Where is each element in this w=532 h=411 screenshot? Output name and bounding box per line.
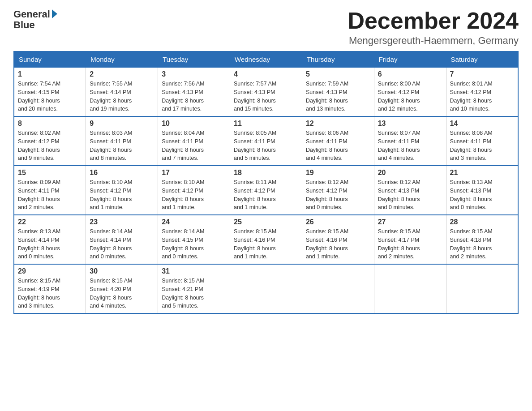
logo: General Blue <box>13 9 57 30</box>
day-number: 17 <box>162 169 226 177</box>
day-number: 2 <box>90 70 154 78</box>
weekday-header-tuesday: Tuesday <box>158 51 230 67</box>
calendar-cell: 19 Sunrise: 8:12 AM Sunset: 4:12 PM Dayl… <box>302 166 374 215</box>
day-number: 13 <box>378 120 442 128</box>
calendar-cell: 3 Sunrise: 7:56 AM Sunset: 4:13 PM Dayli… <box>158 67 230 116</box>
day-info: Sunrise: 8:12 AM Sunset: 4:13 PM Dayligh… <box>378 178 442 212</box>
logo-arrow-icon <box>52 9 57 18</box>
day-number: 5 <box>306 70 370 78</box>
day-info: Sunrise: 7:59 AM Sunset: 4:13 PM Dayligh… <box>306 80 370 113</box>
calendar-cell: 10 Sunrise: 8:04 AM Sunset: 4:11 PM Dayl… <box>158 116 230 166</box>
day-number: 25 <box>234 218 298 226</box>
day-number: 6 <box>378 70 442 78</box>
weekday-header-sunday: Sunday <box>14 51 86 67</box>
day-number: 24 <box>162 218 226 226</box>
calendar-cell: 21 Sunrise: 8:13 AM Sunset: 4:13 PM Dayl… <box>446 166 518 215</box>
day-number: 29 <box>18 267 82 275</box>
calendar-cell: 15 Sunrise: 8:09 AM Sunset: 4:11 PM Dayl… <box>14 166 86 215</box>
logo-text-general: General <box>13 9 50 20</box>
day-info: Sunrise: 8:03 AM Sunset: 4:11 PM Dayligh… <box>90 129 154 163</box>
day-info: Sunrise: 8:10 AM Sunset: 4:12 PM Dayligh… <box>162 178 226 212</box>
calendar-cell: 31 Sunrise: 8:15 AM Sunset: 4:21 PM Dayl… <box>158 264 230 313</box>
day-info: Sunrise: 8:02 AM Sunset: 4:12 PM Dayligh… <box>18 129 82 163</box>
day-number: 20 <box>378 169 442 177</box>
day-number: 14 <box>450 120 514 128</box>
calendar-cell: 2 Sunrise: 7:55 AM Sunset: 4:14 PM Dayli… <box>86 67 158 116</box>
day-info: Sunrise: 8:13 AM Sunset: 4:14 PM Dayligh… <box>18 227 82 261</box>
day-info: Sunrise: 8:04 AM Sunset: 4:11 PM Dayligh… <box>162 129 226 163</box>
day-number: 28 <box>450 218 514 226</box>
calendar-cell: 20 Sunrise: 8:12 AM Sunset: 4:13 PM Dayl… <box>374 166 446 215</box>
day-number: 16 <box>90 169 154 177</box>
calendar-cell: 12 Sunrise: 8:06 AM Sunset: 4:11 PM Dayl… <box>302 116 374 166</box>
calendar-cell: 30 Sunrise: 8:15 AM Sunset: 4:20 PM Dayl… <box>86 264 158 313</box>
weekday-header-row: SundayMondayTuesdayWednesdayThursdayFrid… <box>14 51 518 67</box>
calendar-cell: 24 Sunrise: 8:14 AM Sunset: 4:15 PM Dayl… <box>158 215 230 264</box>
month-year-title: December 2024 <box>348 9 519 32</box>
calendar-cell: 27 Sunrise: 8:15 AM Sunset: 4:17 PM Dayl… <box>374 215 446 264</box>
title-block: December 2024 Mengersgereuth-Haemmern, G… <box>348 9 519 47</box>
day-info: Sunrise: 8:15 AM Sunset: 4:18 PM Dayligh… <box>450 227 514 261</box>
day-info: Sunrise: 8:14 AM Sunset: 4:15 PM Dayligh… <box>162 227 226 261</box>
day-info: Sunrise: 7:54 AM Sunset: 4:15 PM Dayligh… <box>18 80 82 113</box>
day-number: 9 <box>90 120 154 128</box>
day-number: 31 <box>162 267 226 275</box>
calendar-cell: 4 Sunrise: 7:57 AM Sunset: 4:13 PM Dayli… <box>230 67 302 116</box>
day-number: 11 <box>234 120 298 128</box>
calendar-week-row: 15 Sunrise: 8:09 AM Sunset: 4:11 PM Dayl… <box>14 166 518 215</box>
day-number: 26 <box>306 218 370 226</box>
day-info: Sunrise: 8:09 AM Sunset: 4:11 PM Dayligh… <box>18 178 82 212</box>
calendar-cell <box>302 264 374 313</box>
calendar-cell <box>446 264 518 313</box>
page-header: General Blue December 2024 Mengersgereut… <box>13 9 519 47</box>
calendar-cell: 26 Sunrise: 8:15 AM Sunset: 4:16 PM Dayl… <box>302 215 374 264</box>
calendar-cell: 23 Sunrise: 8:14 AM Sunset: 4:14 PM Dayl… <box>86 215 158 264</box>
day-number: 7 <box>450 70 514 78</box>
calendar-cell <box>230 264 302 313</box>
day-info: Sunrise: 8:07 AM Sunset: 4:11 PM Dayligh… <box>378 129 442 163</box>
calendar-cell: 17 Sunrise: 8:10 AM Sunset: 4:12 PM Dayl… <box>158 166 230 215</box>
day-number: 12 <box>306 120 370 128</box>
day-info: Sunrise: 8:05 AM Sunset: 4:11 PM Dayligh… <box>234 129 298 163</box>
day-info: Sunrise: 8:15 AM Sunset: 4:19 PM Dayligh… <box>18 277 82 310</box>
day-info: Sunrise: 8:12 AM Sunset: 4:12 PM Dayligh… <box>306 178 370 212</box>
day-number: 1 <box>18 70 82 78</box>
day-info: Sunrise: 8:01 AM Sunset: 4:12 PM Dayligh… <box>450 80 514 113</box>
day-number: 4 <box>234 70 298 78</box>
day-info: Sunrise: 7:56 AM Sunset: 4:13 PM Dayligh… <box>162 80 226 113</box>
calendar-week-row: 22 Sunrise: 8:13 AM Sunset: 4:14 PM Dayl… <box>14 215 518 264</box>
calendar-cell: 22 Sunrise: 8:13 AM Sunset: 4:14 PM Dayl… <box>14 215 86 264</box>
day-info: Sunrise: 8:06 AM Sunset: 4:11 PM Dayligh… <box>306 129 370 163</box>
calendar-cell: 29 Sunrise: 8:15 AM Sunset: 4:19 PM Dayl… <box>14 264 86 313</box>
weekday-header-thursday: Thursday <box>302 51 374 67</box>
day-number: 23 <box>90 218 154 226</box>
calendar-cell: 7 Sunrise: 8:01 AM Sunset: 4:12 PM Dayli… <box>446 67 518 116</box>
day-info: Sunrise: 8:10 AM Sunset: 4:12 PM Dayligh… <box>90 178 154 212</box>
weekday-header-monday: Monday <box>86 51 158 67</box>
day-number: 15 <box>18 169 82 177</box>
day-number: 18 <box>234 169 298 177</box>
calendar-cell: 28 Sunrise: 8:15 AM Sunset: 4:18 PM Dayl… <box>446 215 518 264</box>
day-number: 21 <box>450 169 514 177</box>
day-info: Sunrise: 8:13 AM Sunset: 4:13 PM Dayligh… <box>450 178 514 212</box>
calendar-cell: 18 Sunrise: 8:11 AM Sunset: 4:12 PM Dayl… <box>230 166 302 215</box>
location-subtitle: Mengersgereuth-Haemmern, Germany <box>348 35 519 47</box>
calendar-cell: 1 Sunrise: 7:54 AM Sunset: 4:15 PM Dayli… <box>14 67 86 116</box>
day-info: Sunrise: 8:00 AM Sunset: 4:12 PM Dayligh… <box>378 80 442 113</box>
calendar-week-row: 8 Sunrise: 8:02 AM Sunset: 4:12 PM Dayli… <box>14 116 518 166</box>
day-info: Sunrise: 8:14 AM Sunset: 4:14 PM Dayligh… <box>90 227 154 261</box>
calendar-week-row: 29 Sunrise: 8:15 AM Sunset: 4:19 PM Dayl… <box>14 264 518 313</box>
day-info: Sunrise: 7:57 AM Sunset: 4:13 PM Dayligh… <box>234 80 298 113</box>
day-info: Sunrise: 8:15 AM Sunset: 4:16 PM Dayligh… <box>306 227 370 261</box>
day-info: Sunrise: 8:15 AM Sunset: 4:21 PM Dayligh… <box>162 277 226 310</box>
day-info: Sunrise: 8:08 AM Sunset: 4:11 PM Dayligh… <box>450 129 514 163</box>
calendar-cell: 9 Sunrise: 8:03 AM Sunset: 4:11 PM Dayli… <box>86 116 158 166</box>
day-number: 27 <box>378 218 442 226</box>
day-info: Sunrise: 7:55 AM Sunset: 4:14 PM Dayligh… <box>90 80 154 113</box>
day-info: Sunrise: 8:15 AM Sunset: 4:17 PM Dayligh… <box>378 227 442 261</box>
weekday-header-friday: Friday <box>374 51 446 67</box>
calendar-cell: 5 Sunrise: 7:59 AM Sunset: 4:13 PM Dayli… <box>302 67 374 116</box>
weekday-header-saturday: Saturday <box>446 51 518 67</box>
calendar-cell: 13 Sunrise: 8:07 AM Sunset: 4:11 PM Dayl… <box>374 116 446 166</box>
calendar-cell: 11 Sunrise: 8:05 AM Sunset: 4:11 PM Dayl… <box>230 116 302 166</box>
